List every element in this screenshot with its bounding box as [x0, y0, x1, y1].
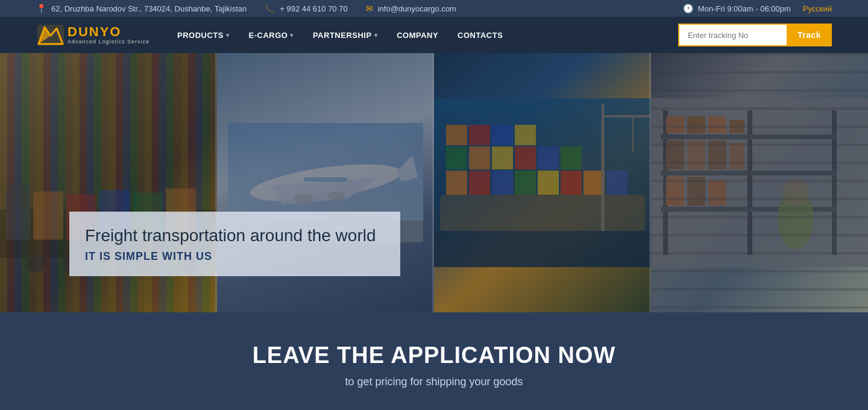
top-bar: 📍 62, Druzhba Narodov Str., 734024, Dush… — [0, 0, 868, 17]
bottom-subtitle: to get pricing for shipping your goods — [36, 376, 832, 388]
logo-sub-text: Advanced Logistics Service — [68, 39, 149, 45]
phone-text: + 992 44 610 70 70 — [280, 4, 347, 13]
clock-icon: 🕐 — [683, 4, 693, 13]
logo-text: DUNYO Advanced Logistics Service — [68, 25, 149, 45]
logo-icon — [36, 24, 65, 46]
phone-icon: 📞 — [265, 4, 275, 13]
address-item: 📍 62, Druzhba Narodov Str., 734024, Dush… — [36, 4, 247, 13]
logo-main-text: DUNYO — [68, 25, 149, 39]
tracking-wrap: Track — [678, 24, 832, 46]
chevron-down-icon: ▾ — [290, 32, 294, 39]
chevron-down-icon: ▾ — [226, 32, 230, 39]
top-bar-right: 🕐 Mon-Fri 9:00am - 06:00pm Русский — [683, 4, 832, 13]
nav-item-contacts[interactable]: CONTACTS — [448, 17, 512, 53]
location-icon: 📍 — [36, 4, 46, 13]
logo[interactable]: DUNYO Advanced Logistics Service — [36, 24, 149, 46]
email-item: ✉ info@dunyocargo.com — [366, 4, 456, 13]
bottom-section: LEAVE THE APPLICATION NOW to get pricing… — [0, 312, 868, 410]
nav-item-company[interactable]: COMPANY — [387, 17, 448, 53]
hero-title: Freight transportation around the world — [85, 225, 376, 247]
hours-text: Mon-Fri 9:00am - 06:00pm — [698, 4, 791, 13]
nav-item-products[interactable]: PRODUCTS ▾ — [168, 17, 239, 53]
bottom-title: LEAVE THE APPLICATION NOW — [36, 342, 832, 368]
chevron-down-icon: ▾ — [374, 32, 378, 39]
hero-section: Freight transportation around the world … — [0, 53, 868, 312]
language-link[interactable]: Русский — [803, 4, 832, 13]
tracking-input[interactable] — [678, 24, 787, 46]
nav-items: PRODUCTS ▾ E-CARGO ▾ PARTNERSHIP ▾ COMPA… — [168, 17, 678, 53]
address-text: 62, Druzhba Narodov Str., 734024, Dushan… — [51, 4, 247, 13]
nav-item-partnership[interactable]: PARTNERSHIP ▾ — [303, 17, 387, 53]
hours-item: 🕐 Mon-Fri 9:00am - 06:00pm — [683, 4, 791, 13]
hero-text-box: Freight transportation around the world … — [69, 212, 400, 276]
phone-item: 📞 + 992 44 610 70 70 — [265, 4, 347, 13]
email-text: info@dunyocargo.com — [378, 4, 456, 13]
track-button[interactable]: Track — [787, 24, 832, 46]
nav-item-ecargo[interactable]: E-CARGO ▾ — [239, 17, 303, 53]
hero-subtitle: IT IS SIMPLE WITH US — [85, 250, 376, 263]
top-bar-left: 📍 62, Druzhba Narodov Str., 734024, Dush… — [36, 4, 456, 13]
navbar: DUNYO Advanced Logistics Service PRODUCT… — [0, 17, 868, 53]
email-icon: ✉ — [366, 4, 373, 13]
